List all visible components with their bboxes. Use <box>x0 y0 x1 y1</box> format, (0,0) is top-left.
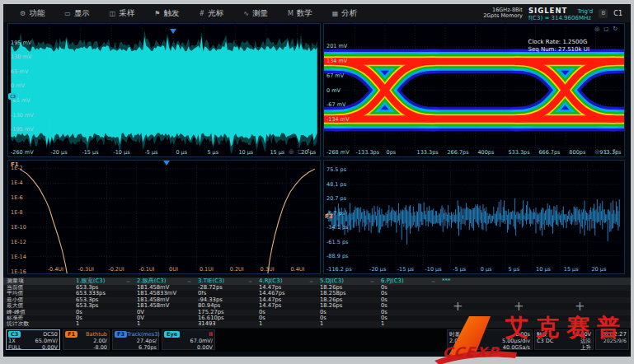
bathtub-curve-panel[interactable]: F1 1E-21E-41E-61E-81E-101E-121E-141E-16-… <box>7 160 321 274</box>
measurement-value: 0fs <box>195 291 256 296</box>
frequency-readout: f(C3) = 314.9606MHz <box>528 15 593 21</box>
measurement-value: 0s <box>256 315 317 321</box>
column-handle-icon[interactable]: = <box>431 278 435 285</box>
measurement-value: 16.610ps <box>195 315 256 321</box>
y-axis-label: 1E-16 <box>11 269 26 275</box>
empty-column-header[interactable] <box>500 278 561 285</box>
expand-icon[interactable]: ◻ <box>603 148 608 155</box>
menu-item-测量[interactable]: ∿测量 <box>243 8 268 19</box>
trigger-title: 触发 <box>537 331 547 338</box>
x-axis-label: 10 μs <box>536 267 551 273</box>
restore-icon[interactable]: ↻ <box>613 148 618 155</box>
x-axis-label: -0.2UI <box>108 267 124 273</box>
x-axis-label: 400ps <box>477 150 494 156</box>
add-measurement-button[interactable]: + <box>453 299 463 314</box>
snapshot-icon[interactable]: ◎ <box>594 26 599 32</box>
column-handle-icon[interactable]: = <box>370 278 374 285</box>
clock-box[interactable]: 16:02:27 2025/9/6 <box>595 329 629 350</box>
empty-column-header[interactable] <box>561 278 622 285</box>
channel-offset-marker[interactable]: C3 <box>8 93 17 100</box>
trigger-position-marker[interactable] <box>163 161 170 166</box>
menu-item-分析[interactable]: ▦分析 <box>332 8 358 19</box>
measurement-value: 1 <box>378 321 439 327</box>
measurement-value: 0V <box>134 310 195 315</box>
f1-offset: -8.00 <box>93 344 107 351</box>
y-axis-label: -61.5 ps <box>326 240 348 245</box>
trigger-box[interactable]: 触发0.00V C3 DC边沿 上升 <box>534 329 594 350</box>
c3-scale: 65.0mV/ <box>35 338 58 344</box>
x-axis-label: 0.1UI <box>200 267 214 273</box>
x-axis-label: 0 μs <box>481 267 492 273</box>
corner-axis-label: -268 mV <box>326 150 350 156</box>
eye-box[interactable]: EyeII 67.0mV/ 0.00V <box>162 329 215 350</box>
snapshot-icon[interactable]: ◎ <box>289 148 294 155</box>
menu-item-触发[interactable]: ⚑触发 <box>154 8 179 19</box>
scope-spec: 16GHz-8Bit 2Gpts Memory <box>483 7 523 20</box>
snapshot-icon[interactable]: ◎ <box>594 148 599 155</box>
column-handle-icon[interactable]: = <box>126 278 130 285</box>
expand-icon[interactable]: ◻ <box>298 148 303 155</box>
empty-cell <box>500 285 561 291</box>
b-badge[interactable]: B <box>599 9 608 18</box>
measurement-value: 0V <box>134 315 195 321</box>
function-label-f1: F1 <box>11 161 19 168</box>
column-handle-icon[interactable]: = <box>187 278 191 285</box>
measurement-value: 0s <box>378 297 439 303</box>
tie-track-panel[interactable]: F3 75.5 ps48.1 ps20.7 ps-6.7 ps-34.1 ps-… <box>323 160 625 274</box>
table-header-row: 测量项1.眼宽(C3)=2.眼高(C3)=3.TIE(C3)=4.RJ(C3)=… <box>3 278 631 285</box>
expand-icon[interactable]: ◻ <box>603 26 608 32</box>
menu-item-数学[interactable]: M数学 <box>288 8 312 19</box>
measurement-value: 1 <box>256 321 317 327</box>
measurement-column-header[interactable]: 2.眼高(C3)= <box>134 278 195 285</box>
f3-offset: 6.70ps <box>139 344 157 351</box>
measurement-column-header[interactable]: 3.TIE(C3)= <box>195 278 256 285</box>
measurement-value: 653.3ps <box>73 285 134 291</box>
f3-badge: F3 <box>115 331 127 338</box>
measurement-value: 0s <box>317 310 378 315</box>
menu-item-显示[interactable]: ▭显示 <box>64 8 90 19</box>
empty-cell <box>561 297 622 303</box>
measurement-value: 0s <box>73 315 134 321</box>
restore-icon[interactable]: ↻ <box>307 148 312 155</box>
trigger-position-marker[interactable] <box>170 29 176 34</box>
channel-c3-box[interactable]: C3DC50 1X65.0mV/ FULL0.00V <box>6 329 60 350</box>
measurement-value: 181.458mV <box>134 297 195 303</box>
empty-column-header[interactable]: *** <box>439 278 500 285</box>
f1-title: Bathtub <box>86 331 107 338</box>
x-axis-label: -20 μs <box>369 267 386 273</box>
channel-indicator[interactable]: C1 <box>613 10 622 17</box>
y-axis-label: 1E-12 <box>11 240 26 245</box>
channel-waveform-panel[interactable]: C3 ◎◻↻ 195 mV130 mV65 mV0 mV-65 mV-130 m… <box>7 23 321 157</box>
restore-icon[interactable]: ↻ <box>613 26 618 32</box>
x-axis-label: 15 μs <box>564 267 579 273</box>
measurement-column-header[interactable]: 1.眼宽(C3)= <box>73 278 134 285</box>
menu-item-功能[interactable]: ⚙功能 <box>20 8 45 19</box>
measurement-value: 18.26ps <box>317 285 378 291</box>
x-axis-label: -5 μs <box>453 267 466 273</box>
menu-item-光标[interactable]: #光标 <box>199 8 223 19</box>
y-axis-label: 1E-6 <box>11 195 23 201</box>
menu-item-采样[interactable]: ◫采样 <box>110 8 135 19</box>
measurement-value: 1 <box>73 321 134 327</box>
measurement-value: 175.27ps <box>195 310 256 315</box>
timebase-box[interactable]: 时基0.00s 2.00Mpts5.00μs/div 40.0GSa/s <box>447 329 533 350</box>
c3-bandwidth: FULL <box>8 344 21 351</box>
measurement-column-header[interactable]: 4.RJ(C3)= <box>256 278 317 285</box>
x-axis-label: 533.3ps <box>508 150 529 156</box>
measurement-value: 18.26ps <box>317 297 378 303</box>
measurement-column-header[interactable]: 5.DJ(C3)= <box>317 278 378 285</box>
column-handle-icon[interactable]: = <box>309 278 313 285</box>
add-measurement-button[interactable]: + <box>514 299 524 314</box>
function-f3-box[interactable]: F3Track(mes3) 27.4ps/ 6.70ps <box>112 329 159 350</box>
empty-cell <box>500 297 561 303</box>
measurement-column-header[interactable]: 6.PJ(C3)= <box>378 278 439 285</box>
trigger-icon: ⚑ <box>154 10 160 17</box>
empty-cell <box>561 321 622 327</box>
eye-diagram-panel[interactable]: Clock Rate: 1.2500G Seq Num: 27.510k UI … <box>323 23 625 157</box>
add-measurement-button[interactable]: + <box>575 299 585 314</box>
empty-cell <box>561 310 622 315</box>
column-handle-icon[interactable]: = <box>248 278 252 285</box>
row-label: 最大值 <box>3 303 73 309</box>
function-f1-box[interactable]: F1Bathtub 2.00/ -8.00 <box>63 329 110 350</box>
measurement-value: 18.258ps <box>317 291 378 296</box>
